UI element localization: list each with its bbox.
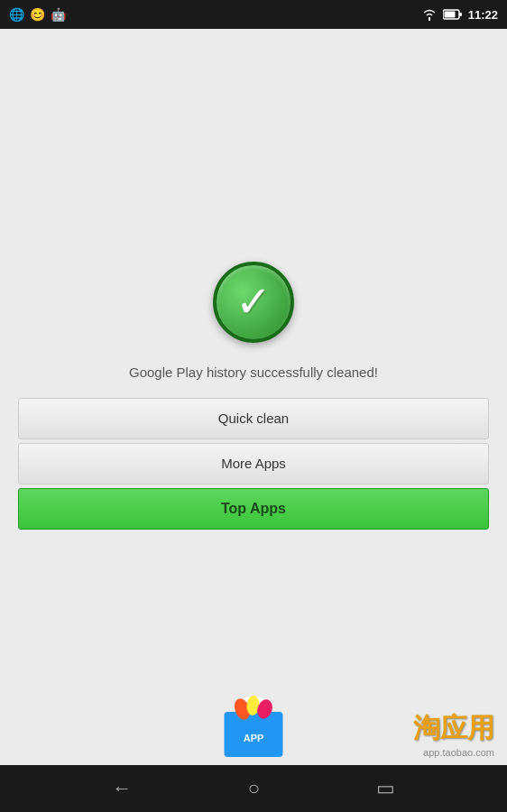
clock: 11:22 [468, 8, 498, 22]
status-bar-left-icons: 🌐 😊 🤖 [9, 7, 66, 22]
status-bar: 🌐 😊 🤖 11:22 [0, 0, 507, 29]
main-content: ✓ Google Play history successfully clean… [0, 29, 507, 765]
status-bar-right-icons: 11:22 [421, 8, 498, 22]
buttons-container: Quick clean More Apps Top Apps [18, 398, 489, 533]
wifi-icon [421, 8, 438, 21]
robot-icon: 🤖 [51, 7, 66, 22]
success-message: Google Play history successfully cleaned… [129, 364, 378, 380]
recents-button[interactable]: ▭ [376, 777, 395, 800]
globe-icon: 🌐 [9, 7, 24, 22]
checkmark-icon: ✓ [235, 281, 272, 324]
back-button[interactable]: ← [112, 777, 132, 800]
battery-icon [443, 9, 463, 20]
taobao-app-icon: APP 淘 [220, 689, 288, 765]
quick-clean-button[interactable]: Quick clean [18, 398, 489, 439]
smiley-icon: 😊 [30, 7, 45, 22]
svg-rect-2 [444, 12, 455, 18]
success-circle: ✓ [213, 262, 294, 343]
home-button[interactable]: ○ [248, 777, 260, 800]
more-apps-button[interactable]: More Apps [18, 443, 489, 484]
svg-rect-1 [459, 13, 462, 16]
svg-text:APP
    
    淘: APP 淘 [244, 733, 264, 743]
nav-bar: ← ○ ▭ [0, 765, 507, 812]
top-apps-button[interactable]: Top Apps [18, 488, 489, 530]
